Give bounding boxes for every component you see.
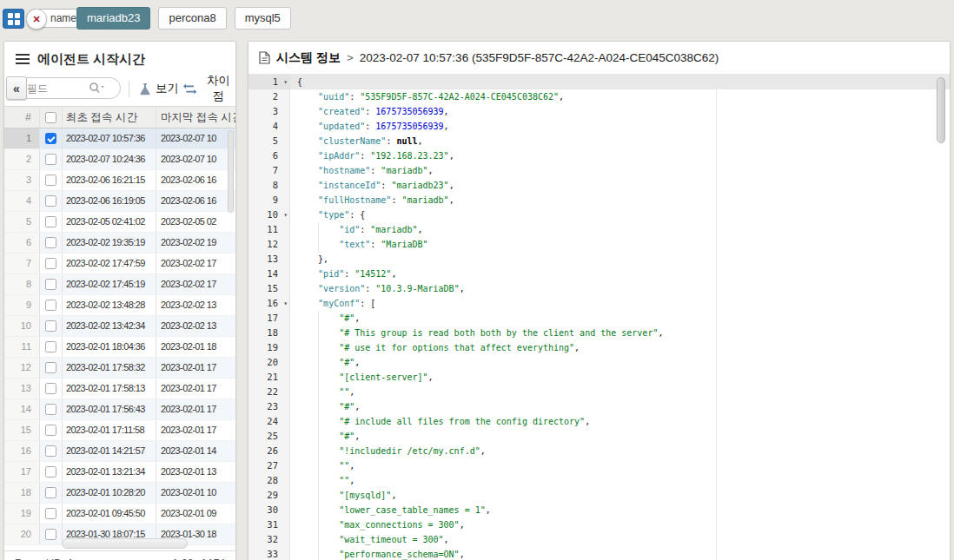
table-row[interactable]: 102023-02-02 13:42:342023-02-02 13 <box>4 316 235 337</box>
code-line[interactable]: 29 "[mysqld]", <box>248 488 950 503</box>
row-checkbox[interactable] <box>45 487 56 498</box>
tab-mariadb23[interactable]: mariadb23 <box>76 7 150 30</box>
table-row[interactable]: 182023-02-01 10:28:202023-02-01 10 <box>4 483 235 504</box>
code-line[interactable]: 30 "lower_case_table_names = 1", <box>248 503 950 517</box>
code-line[interactable]: 28 "", <box>248 473 950 488</box>
row-checkbox[interactable] <box>45 300 56 311</box>
editor-vscrollbar[interactable] <box>937 77 945 143</box>
col-last-access[interactable]: 마지막 접속 시간 <box>156 107 235 128</box>
diff-button[interactable]: 차이점 <box>182 78 235 99</box>
select-all-checkbox[interactable] <box>45 112 56 123</box>
tab-percona8[interactable]: percona8 <box>158 7 226 30</box>
code-line[interactable]: 31 "max_connections = 300", <box>248 517 950 532</box>
code-line[interactable]: 10▾ "type": { <box>248 208 950 222</box>
row-index: 13 <box>4 379 40 399</box>
code-line[interactable]: 21 "[client-server]", <box>248 370 950 385</box>
code-line[interactable]: 3 "created": 1675735056939, <box>248 104 950 119</box>
code-line[interactable]: 23 "#", <box>248 399 950 414</box>
row-checkbox[interactable] <box>45 404 56 415</box>
code-line[interactable]: 26 "!includedir /etc/my.cnf.d", <box>248 444 950 458</box>
table-row[interactable]: 62023-02-02 19:35:192023-02-02 19 <box>4 233 235 254</box>
apps-grid-button[interactable] <box>3 9 24 29</box>
collapse-panel-button[interactable]: « <box>6 76 27 100</box>
row-checkbox[interactable] <box>45 237 56 248</box>
row-checkbox[interactable] <box>45 154 56 165</box>
row-checkbox[interactable] <box>45 279 56 290</box>
table-row[interactable]: 22023-02-07 10:24:362023-02-07 10 <box>4 149 235 170</box>
code-line[interactable]: 14 "pid": "14512", <box>248 267 950 281</box>
code-line[interactable]: 32 "wait_timeout = 300", <box>248 532 950 547</box>
row-checkbox[interactable] <box>45 425 56 436</box>
row-checkbox[interactable] <box>45 362 56 373</box>
code-line[interactable]: 6 "ipAddr": "192.168.23.23", <box>248 148 950 163</box>
table-row[interactable]: 42023-02-06 16:19:052023-02-06 16 <box>4 191 235 212</box>
table-row[interactable]: 12023-02-07 10:57:362023-02-07 10 <box>4 128 235 149</box>
fold-arrow-icon[interactable]: ▾ <box>283 296 288 311</box>
code-line[interactable]: 15 "version": "10.3.9-MariaDB", <box>248 281 950 296</box>
code-line[interactable]: 17 "#", <box>248 311 950 326</box>
code-line[interactable]: 2 "uuid": "535F9D5F-857C-42A2-A024-CE045… <box>248 89 950 104</box>
row-checkbox[interactable] <box>45 466 56 478</box>
code-line[interactable]: 20 "#", <box>248 355 950 370</box>
row-checkbox[interactable] <box>45 258 56 269</box>
code-line[interactable]: 1▾{ <box>248 75 950 89</box>
row-checkbox[interactable] <box>45 341 56 352</box>
table-row[interactable]: 192023-02-01 09:45:502023-02-01 09 <box>4 504 235 524</box>
table-row[interactable]: 72023-02-02 17:47:592023-02-02 17 <box>4 254 235 274</box>
row-checkbox[interactable] <box>45 216 56 227</box>
row-index: 6 <box>4 233 40 253</box>
code-line[interactable]: 13 }, <box>248 252 950 267</box>
code-text: }, <box>290 252 950 267</box>
row-checkbox[interactable] <box>45 195 56 207</box>
code-line[interactable]: 5 "clusterName": null, <box>248 134 950 148</box>
agent-start-time-panel: 에이전트 시작시간 « 보기 차이점 # <box>3 41 236 560</box>
table-row[interactable]: 92023-02-02 13:48:282023-02-02 13 <box>4 295 235 316</box>
code-line[interactable]: 4 "updated": 1675735056939, <box>248 119 950 134</box>
table-row[interactable]: 132023-02-01 17:58:132023-02-01 17 <box>4 379 235 399</box>
row-checkbox[interactable] <box>45 508 56 519</box>
row-index: 20 <box>4 524 40 544</box>
code-line[interactable]: 18 "# This group is read both both by th… <box>248 326 950 340</box>
row-checkbox[interactable] <box>45 175 56 186</box>
agent-table-body: 12023-02-07 10:57:362023-02-07 1022023-0… <box>4 128 235 545</box>
table-row[interactable]: 172023-02-01 13:21:342023-02-01 13 <box>4 462 235 483</box>
table-row[interactable]: 152023-02-01 17:11:582023-02-01 17 <box>4 420 235 441</box>
code-line[interactable]: 25 "#", <box>248 429 950 444</box>
col-index[interactable]: # <box>4 107 40 128</box>
code-line[interactable]: 19 "# use it for options that affect eve… <box>248 340 950 355</box>
table-row[interactable]: 122023-02-01 17:58:322023-02-01 17 <box>4 358 235 379</box>
code-line[interactable]: 24 "# include all files from the config … <box>248 414 950 429</box>
row-checkbox[interactable] <box>45 529 56 540</box>
code-line[interactable]: 8 "instanceId": "mariadb23", <box>248 178 950 193</box>
row-checkbox[interactable] <box>45 445 56 457</box>
search-icon[interactable] <box>89 82 105 95</box>
table-row[interactable]: 112023-02-01 18:04:362023-02-01 18 <box>4 337 235 358</box>
table-row[interactable]: 52023-02-05 02:41:022023-02-05 02 <box>4 212 235 233</box>
tab-mysql5[interactable]: mysql5 <box>235 7 291 30</box>
row-checkbox[interactable] <box>45 383 56 394</box>
line-number: 27 <box>248 458 290 473</box>
table-row[interactable]: 142023-02-01 17:56:432023-02-01 17 <box>4 399 235 420</box>
row-checkbox[interactable] <box>45 320 56 332</box>
row-checkbox[interactable] <box>45 133 56 144</box>
table-vscrollbar[interactable] <box>228 130 234 213</box>
view-button[interactable]: 보기 <box>139 78 179 99</box>
code-line[interactable]: 7 "hostname": "mariadb", <box>248 163 950 178</box>
fold-arrow-icon[interactable]: ▾ <box>283 208 288 222</box>
code-line[interactable]: 11 "id": "mariadb", <box>248 222 950 237</box>
col-first-access[interactable]: 최초 접속 시간 <box>63 107 156 128</box>
table-row[interactable]: 162023-02-01 14:21:572023-02-01 14 <box>4 441 235 462</box>
code-line[interactable]: 33 "performance_schema=ON", <box>248 547 950 560</box>
code-line[interactable]: 9 "fullHostname": "mariadb", <box>248 193 950 208</box>
table-row[interactable]: 82023-02-02 17:45:192023-02-02 17 <box>4 274 235 295</box>
table-hscrollbar[interactable] <box>62 538 188 549</box>
fold-arrow-icon[interactable]: ▾ <box>283 75 288 89</box>
code-line[interactable]: 16▾ "myConf": [ <box>248 296 950 311</box>
table-row[interactable]: 32023-02-06 16:21:152023-02-06 16 <box>4 170 235 191</box>
code-line[interactable]: 12 "text": "MariaDB" <box>248 237 950 252</box>
remove-filter-icon[interactable]: ✕ <box>26 9 47 30</box>
code-line[interactable]: 27 "", <box>248 458 950 473</box>
code-line[interactable]: 22 "", <box>248 385 950 399</box>
json-editor[interactable]: 1▾{2 "uuid": "535F9D5F-857C-42A2-A024-CE… <box>248 75 950 560</box>
menu-icon[interactable] <box>16 54 30 64</box>
